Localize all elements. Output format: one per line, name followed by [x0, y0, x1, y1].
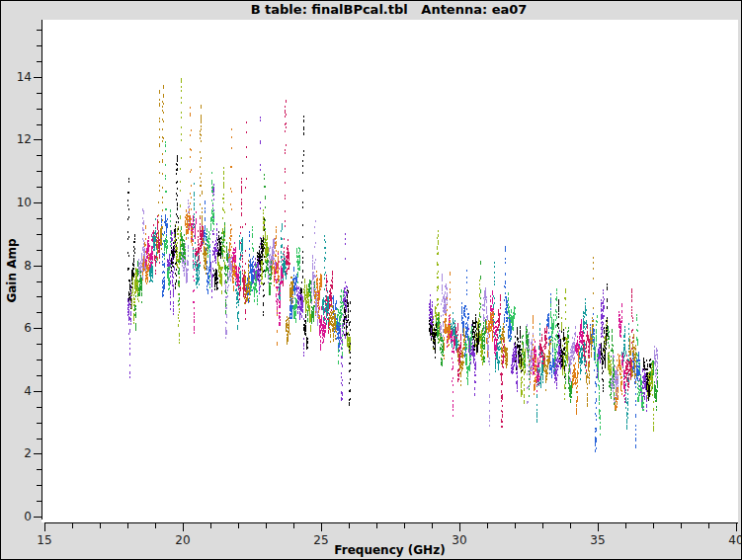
- y-major-tick: [34, 139, 41, 140]
- x-minor-tick: [404, 523, 405, 528]
- x-minor-tick: [293, 523, 294, 528]
- x-tick-label: 20: [163, 534, 203, 546]
- x-major-tick: [459, 523, 460, 531]
- y-minor-tick: [37, 281, 41, 282]
- y-minor-tick: [37, 155, 41, 156]
- y-minor-tick: [37, 296, 41, 297]
- y-major-tick: [34, 517, 41, 518]
- x-minor-tick: [349, 523, 350, 528]
- y-tick-label: 8: [4, 260, 32, 272]
- y-minor-tick: [37, 187, 41, 188]
- y-tick-label: 10: [4, 197, 32, 208]
- y-tick-label: 6: [4, 322, 32, 334]
- x-major-tick: [321, 523, 322, 531]
- x-minor-tick: [653, 523, 654, 528]
- x-tick-label: 15: [25, 534, 64, 546]
- x-tick-label: 25: [301, 534, 341, 546]
- x-major-tick: [736, 523, 737, 531]
- y-minor-tick: [37, 423, 41, 424]
- x-minor-tick: [487, 523, 488, 528]
- x-minor-tick: [681, 523, 682, 528]
- y-axis: [41, 20, 42, 520]
- y-minor-tick: [37, 407, 41, 408]
- y-minor-tick: [37, 375, 41, 376]
- x-major-tick: [183, 523, 184, 531]
- y-major-tick: [34, 453, 41, 454]
- y-minor-tick: [37, 124, 41, 125]
- x-axis: [44, 522, 738, 523]
- y-minor-tick: [37, 234, 41, 235]
- x-tick-label: 40: [716, 534, 742, 546]
- y-major-tick: [34, 77, 41, 78]
- plot-title: B table: finalBPcal.tbl Antenna: ea07: [41, 2, 737, 18]
- y-minor-tick: [37, 30, 41, 31]
- y-minor-tick: [37, 109, 41, 110]
- plot-area: [41, 20, 738, 522]
- x-major-tick: [598, 523, 599, 531]
- y-minor-tick: [37, 218, 41, 219]
- x-minor-tick: [266, 523, 267, 528]
- x-minor-tick: [625, 523, 626, 528]
- x-minor-tick: [127, 523, 128, 528]
- y-minor-tick: [37, 501, 41, 502]
- y-tick-label: 12: [4, 133, 32, 145]
- x-minor-tick: [515, 523, 516, 528]
- x-minor-tick: [238, 523, 239, 528]
- y-minor-tick: [37, 360, 41, 360]
- x-minor-tick: [100, 523, 101, 528]
- y-tick-label: 0: [4, 511, 32, 522]
- x-tick-label: 30: [440, 534, 479, 546]
- y-major-tick: [34, 328, 41, 329]
- y-minor-tick: [37, 45, 41, 46]
- x-minor-tick: [432, 523, 433, 528]
- y-major-tick: [34, 202, 41, 203]
- x-minor-tick: [376, 523, 377, 528]
- x-minor-tick: [155, 523, 156, 528]
- x-tick-label: 35: [578, 534, 618, 546]
- y-minor-tick: [37, 250, 41, 251]
- y-minor-tick: [37, 439, 41, 440]
- x-minor-tick: [708, 523, 709, 528]
- y-minor-tick: [37, 93, 41, 94]
- x-minor-tick: [570, 523, 571, 528]
- y-minor-tick: [37, 61, 41, 62]
- x-minor-tick: [210, 523, 211, 528]
- y-minor-tick: [37, 171, 41, 172]
- y-minor-tick: [37, 469, 41, 470]
- y-minor-tick: [37, 344, 41, 345]
- x-minor-tick: [72, 523, 73, 528]
- x-major-tick: [44, 523, 45, 531]
- y-minor-tick: [37, 485, 41, 486]
- y-major-tick: [34, 391, 41, 392]
- x-minor-tick: [542, 523, 543, 528]
- x-axis-title: Frequency (GHz): [41, 543, 738, 557]
- y-tick-label: 2: [4, 447, 32, 459]
- y-major-tick: [34, 266, 41, 267]
- y-minor-tick: [37, 312, 41, 313]
- y-tick-label: 4: [4, 385, 32, 397]
- plot-window: B table: finalBPcal.tbl Antenna: ea07 Ga…: [0, 0, 742, 560]
- y-tick-label: 14: [4, 71, 32, 83]
